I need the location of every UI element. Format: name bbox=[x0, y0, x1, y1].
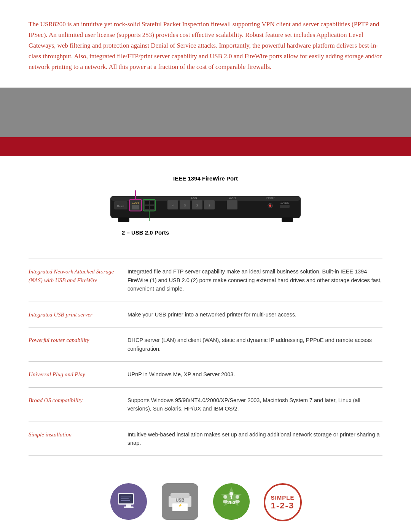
feature-row-nas: Integrated Network Attached Storage (NAS… bbox=[29, 259, 382, 301]
feature-row-usb-print: Integrated USB print server Make your US… bbox=[29, 302, 382, 328]
svg-text:⚡: ⚡ bbox=[178, 503, 182, 508]
intro-text: The USR8200 is an intuitive yet rock-sol… bbox=[29, 19, 382, 72]
svg-rect-24 bbox=[227, 200, 237, 209]
feature-label-os: Broad OS compatibility bbox=[29, 396, 127, 413]
svg-text:3: 3 bbox=[184, 204, 186, 207]
svg-rect-2 bbox=[118, 217, 129, 222]
router-diagram: Reset 1394 LAN bbox=[107, 190, 304, 236]
usb-printer-icon: USB ⚡ bbox=[161, 482, 199, 522]
feature-desc-install: Intuitive web-based installation makes s… bbox=[127, 430, 382, 447]
router-svg: Reset 1394 LAN bbox=[107, 190, 304, 225]
svg-rect-13 bbox=[150, 206, 154, 209]
simple-word: SIMPLE bbox=[271, 494, 295, 501]
red-banner bbox=[0, 137, 411, 156]
svg-text:1: 1 bbox=[209, 204, 210, 207]
feature-label-router: Powerful router capability bbox=[29, 336, 127, 353]
feature-desc-upnp: UPnP in Windows Me, XP and Server 2003. bbox=[127, 370, 382, 379]
svg-text:Reset: Reset bbox=[117, 205, 124, 208]
feature-label-upnp: Universal Plug and Play bbox=[29, 370, 127, 379]
feature-desc-nas: Integrated file and FTP server capabilit… bbox=[127, 267, 382, 293]
simple-badge-icon: SIMPLE 1-2-3 bbox=[264, 483, 302, 521]
svg-rect-36 bbox=[124, 506, 134, 508]
feature-label-install: Simple installation bbox=[29, 430, 127, 447]
simple-num: 1-2-3 bbox=[271, 501, 294, 511]
feature-desc-router: DHCP server (LAN) and client (WAN), stat… bbox=[127, 336, 382, 353]
svg-text:4: 4 bbox=[172, 204, 174, 207]
feature-desc-usb-print: Make your USB printer into a networked p… bbox=[127, 310, 382, 319]
svg-text:USB: USB bbox=[175, 498, 184, 502]
feature-row-os: Broad OS compatibility Supports Windows … bbox=[29, 387, 382, 422]
svg-point-53 bbox=[236, 495, 239, 499]
diagram-section: IEEE 1394 FireWire Port Reset 1394 bbox=[0, 156, 411, 247]
svg-rect-10 bbox=[145, 201, 149, 204]
license-icon: 1 253 bbox=[212, 482, 250, 522]
features-section: Integrated Network Attached Storage (NAS… bbox=[0, 247, 411, 467]
svg-text:253: 253 bbox=[227, 500, 236, 505]
svg-point-27 bbox=[269, 204, 271, 207]
usb-label: 2 – USB 2.0 Ports bbox=[122, 229, 304, 236]
feature-row-router: Powerful router capability DHCP server (… bbox=[29, 327, 382, 361]
feature-desc-os: Supports Windows 95/98/NT4.0/2000/XP/Ser… bbox=[127, 396, 382, 413]
svg-text:Power: Power bbox=[266, 196, 275, 200]
svg-text:2: 2 bbox=[196, 204, 198, 207]
computer-icon bbox=[110, 482, 148, 522]
feature-row-upnp: Universal Plug and Play UPnP in Windows … bbox=[29, 361, 382, 387]
svg-text:1394: 1394 bbox=[132, 201, 139, 204]
svg-rect-29 bbox=[280, 205, 290, 208]
icons-row: USB ⚡ 1 253 SIMPLE 1-2-3 bbox=[0, 467, 411, 532]
svg-rect-12 bbox=[145, 206, 149, 209]
svg-point-54 bbox=[235, 500, 240, 503]
svg-point-51 bbox=[223, 500, 228, 503]
svg-rect-42 bbox=[170, 493, 190, 498]
svg-text:WAN: WAN bbox=[229, 196, 236, 200]
diagram-container: IEEE 1394 FireWire Port Reset 1394 bbox=[107, 175, 304, 236]
svg-rect-8 bbox=[132, 205, 139, 209]
svg-rect-3 bbox=[282, 217, 293, 222]
svg-point-50 bbox=[223, 495, 227, 499]
ieee-label: IEEE 1394 FireWire Port bbox=[173, 175, 238, 182]
feature-row-install: Simple installation Intuitive web-based … bbox=[29, 422, 382, 456]
svg-text:LAN: LAN bbox=[191, 196, 197, 200]
feature-label-usb-print: Integrated USB print server bbox=[29, 310, 127, 319]
gray-banner bbox=[0, 88, 411, 137]
intro-section: The USR8200 is an intuitive yet rock-sol… bbox=[0, 0, 411, 88]
svg-rect-11 bbox=[150, 201, 154, 204]
svg-point-52 bbox=[229, 492, 233, 496]
feature-label-nas: Integrated Network Attached Storage (NAS… bbox=[29, 267, 127, 293]
svg-text:12VDC: 12VDC bbox=[280, 201, 289, 204]
